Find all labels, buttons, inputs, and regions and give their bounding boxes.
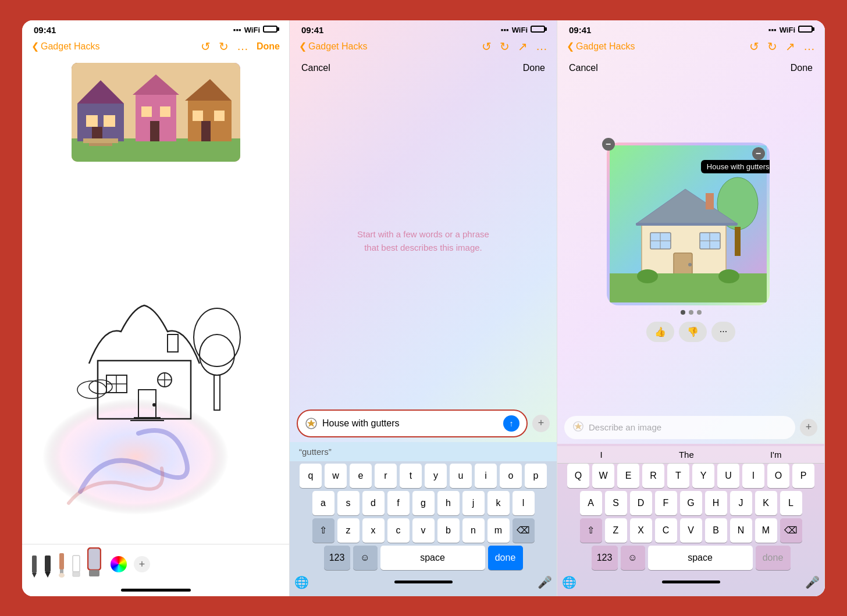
key-p[interactable]: p bbox=[525, 464, 547, 488]
drawing-area[interactable] bbox=[22, 166, 289, 544]
marker-tool[interactable] bbox=[44, 551, 51, 578]
key-k[interactable]: k bbox=[487, 491, 510, 515]
input-box-2[interactable]: House with gutters ↑ bbox=[297, 410, 528, 437]
done-button-1[interactable]: Done bbox=[257, 41, 280, 52]
key-E[interactable]: E bbox=[617, 464, 639, 488]
key-I[interactable]: I bbox=[742, 464, 764, 488]
key-q[interactable]: q bbox=[300, 464, 322, 488]
suggestion-Im[interactable]: I'm bbox=[770, 450, 782, 460]
more-feedback-button[interactable]: ··· bbox=[711, 322, 735, 342]
eraser-tool[interactable] bbox=[72, 551, 80, 578]
key-J[interactable]: J bbox=[730, 491, 752, 515]
back-button-1[interactable]: ❮ Gadget Hacks bbox=[31, 41, 99, 52]
done-button-3[interactable]: Done bbox=[791, 63, 813, 73]
nav-title-3[interactable]: Gadget Hacks bbox=[576, 41, 635, 52]
key-z[interactable]: z bbox=[337, 518, 360, 543]
thumbup-button[interactable]: 👍 bbox=[646, 322, 674, 342]
done-key-3[interactable]: done bbox=[756, 546, 791, 570]
key-C[interactable]: C bbox=[655, 518, 677, 543]
key-M[interactable]: M bbox=[755, 518, 777, 543]
add-tool-button[interactable]: + bbox=[134, 556, 150, 572]
key-e[interactable]: e bbox=[350, 464, 372, 488]
key-l[interactable]: l bbox=[513, 491, 535, 515]
key-G[interactable]: G bbox=[680, 491, 702, 515]
key-t[interactable]: t bbox=[400, 464, 422, 488]
key-b[interactable]: b bbox=[437, 518, 460, 543]
send-button-2[interactable]: ↑ bbox=[503, 415, 519, 432]
num-key-2[interactable]: 123 bbox=[324, 546, 350, 570]
cancel-button-2[interactable]: Cancel bbox=[301, 63, 330, 73]
key-o[interactable]: o bbox=[500, 464, 522, 488]
undo-icon-2[interactable]: ↺ bbox=[482, 40, 492, 54]
emoji-key-3[interactable]: ☺ bbox=[621, 546, 645, 570]
key-R[interactable]: R bbox=[642, 464, 664, 488]
more-icon-2[interactable]: … bbox=[536, 40, 547, 53]
key-j[interactable]: j bbox=[462, 491, 485, 515]
key-u[interactable]: u bbox=[450, 464, 472, 488]
add-button-2[interactable]: + bbox=[532, 415, 550, 432]
key-O[interactable]: O bbox=[767, 464, 789, 488]
key-W[interactable]: W bbox=[592, 464, 614, 488]
key-s[interactable]: s bbox=[337, 491, 360, 515]
back-button-3[interactable]: ❮ Gadget Hacks bbox=[567, 41, 635, 52]
more-icon-1[interactable]: … bbox=[237, 40, 248, 53]
key-S[interactable]: S bbox=[605, 491, 627, 515]
suggestion-bar-2[interactable]: “gutters” bbox=[290, 442, 557, 461]
key-T[interactable]: T bbox=[667, 464, 689, 488]
key-d[interactable]: d bbox=[362, 491, 385, 515]
key-U[interactable]: U bbox=[717, 464, 739, 488]
key-h[interactable]: h bbox=[437, 491, 460, 515]
key-D[interactable]: D bbox=[630, 491, 652, 515]
space-key-3[interactable]: space bbox=[648, 546, 753, 570]
key-X[interactable]: X bbox=[630, 518, 652, 543]
key-f[interactable]: f bbox=[387, 491, 410, 515]
undo-icon-3[interactable]: ↺ bbox=[749, 40, 759, 54]
mic-icon-2[interactable]: 🎤 bbox=[538, 575, 552, 589]
thumbdown-button[interactable]: 👎 bbox=[679, 322, 707, 342]
done-key-2[interactable]: done bbox=[488, 546, 523, 570]
minus-badge-right[interactable]: − bbox=[752, 147, 765, 160]
key-Z[interactable]: Z bbox=[605, 518, 627, 543]
nav-title-1[interactable]: Gadget Hacks bbox=[41, 41, 99, 52]
globe-icon-3[interactable]: 🌐 bbox=[562, 575, 576, 589]
nav-title-2[interactable]: Gadget Hacks bbox=[308, 41, 367, 52]
key-m[interactable]: m bbox=[487, 518, 510, 543]
key-L[interactable]: L bbox=[780, 491, 802, 515]
key-Y[interactable]: Y bbox=[692, 464, 714, 488]
key-N[interactable]: N bbox=[730, 518, 752, 543]
input-box-3[interactable]: Describe an image bbox=[564, 416, 795, 439]
key-H[interactable]: H bbox=[705, 491, 727, 515]
num-key-3[interactable]: 123 bbox=[592, 546, 618, 570]
suggestion-I[interactable]: I bbox=[600, 450, 603, 460]
redo-icon-3[interactable]: ↻ bbox=[767, 40, 777, 54]
globe-icon-2[interactable]: 🌐 bbox=[294, 575, 309, 589]
delete-key-3[interactable]: ⌫ bbox=[780, 518, 802, 543]
key-r[interactable]: r bbox=[375, 464, 397, 488]
minus-badge-left[interactable]: − bbox=[602, 138, 615, 151]
key-i[interactable]: i bbox=[475, 464, 497, 488]
share-icon-2[interactable]: ↗ bbox=[518, 40, 528, 54]
key-A[interactable]: A bbox=[580, 491, 602, 515]
suggestion-The[interactable]: The bbox=[679, 450, 694, 460]
key-y[interactable]: y bbox=[425, 464, 447, 488]
shift-key-2[interactable]: ⇧ bbox=[312, 518, 334, 543]
mic-icon-3[interactable]: 🎤 bbox=[805, 575, 820, 589]
key-x[interactable]: x bbox=[362, 518, 385, 543]
eraser-selected-tool[interactable] bbox=[87, 551, 101, 578]
key-g[interactable]: g bbox=[412, 491, 435, 515]
color-wheel[interactable] bbox=[111, 556, 127, 572]
delete-key-2[interactable]: ⌫ bbox=[513, 518, 535, 543]
share-icon-3[interactable]: ↗ bbox=[785, 40, 795, 54]
key-F[interactable]: F bbox=[655, 491, 677, 515]
key-Q[interactable]: Q bbox=[567, 464, 589, 488]
key-B[interactable]: B bbox=[705, 518, 727, 543]
key-K[interactable]: K bbox=[755, 491, 777, 515]
done-button-2[interactable]: Done bbox=[523, 63, 545, 73]
key-v[interactable]: v bbox=[412, 518, 435, 543]
emoji-key-2[interactable]: ☺ bbox=[353, 546, 378, 570]
pencil-tool[interactable] bbox=[31, 551, 37, 578]
key-V[interactable]: V bbox=[680, 518, 702, 543]
input-text-2[interactable]: House with gutters bbox=[322, 418, 499, 429]
key-n[interactable]: n bbox=[462, 518, 485, 543]
undo-icon-1[interactable]: ↺ bbox=[201, 40, 211, 54]
